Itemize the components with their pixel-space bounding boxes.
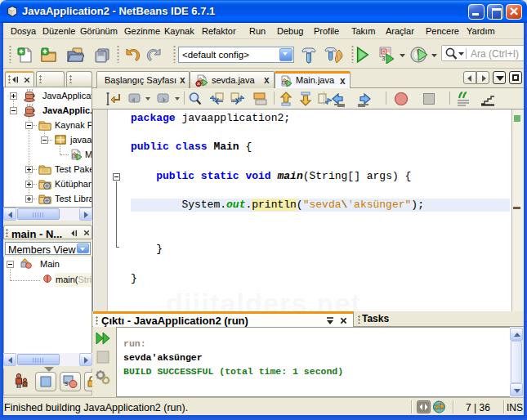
svg-text:s: s	[65, 379, 69, 387]
svg-text:3: 3	[382, 55, 386, 62]
